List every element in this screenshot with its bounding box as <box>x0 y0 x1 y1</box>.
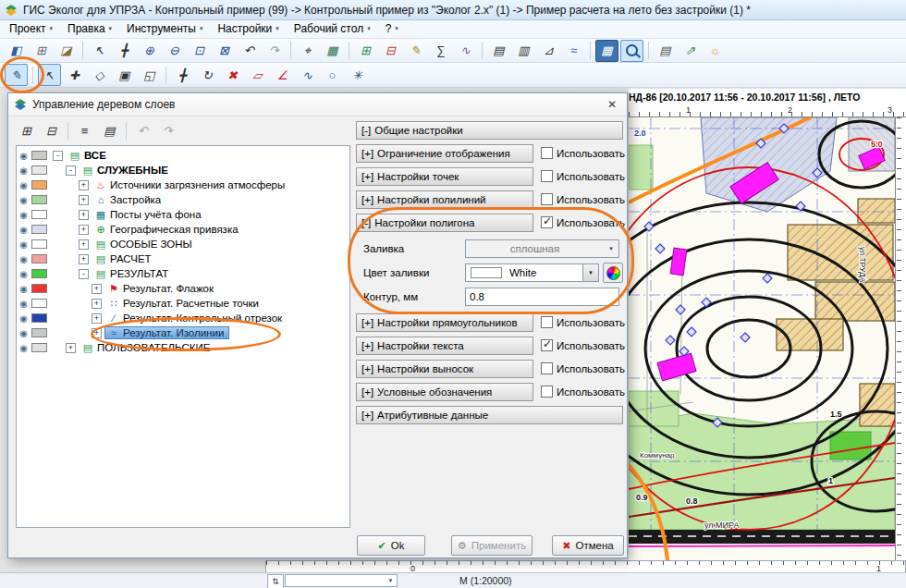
menu-tools[interactable]: Инструменты▾ <box>119 21 210 37</box>
export-button[interactable]: ⇗ <box>679 40 702 62</box>
tree-row-georeference[interactable]: ◉+ ⊕Географическая привязка <box>17 222 349 237</box>
view-tree-button[interactable]: ≡ <box>73 119 96 141</box>
status-combo[interactable]: ▼ <box>285 574 398 587</box>
expand-toggle-icon[interactable]: + <box>92 284 102 294</box>
measure-button[interactable]: ⌖ <box>296 40 319 62</box>
checkbox[interactable] <box>541 386 553 398</box>
tree-row-buildings[interactable]: ◉+ ⌂Застройка <box>17 192 349 207</box>
edit-layer-button[interactable]: ✎ <box>5 64 28 86</box>
layer-color-swatch[interactable] <box>31 210 47 219</box>
use-checkbox-rectangles[interactable]: Использовать <box>541 316 625 328</box>
tree-row-result-points[interactable]: ◉+ ∷Результат. Расчетные точки <box>17 296 349 311</box>
draw-polygon-button[interactable]: ▱ <box>246 64 269 86</box>
layer-color-swatch[interactable] <box>31 313 47 323</box>
move-button[interactable]: ╋ <box>171 64 194 86</box>
expand-toggle-icon[interactable]: - <box>53 151 63 161</box>
tree-row-result-flag[interactable]: ◉+ ⚑Результат. Флажок <box>17 281 349 296</box>
draw-star-button[interactable]: ✳ <box>346 64 369 86</box>
visibility-icon[interactable]: ◉ <box>17 269 31 279</box>
fill-style-select[interactable]: сплошная ▾ <box>465 239 619 258</box>
layer-color-swatch[interactable] <box>31 195 47 204</box>
layer-style-b-button[interactable]: ▥ <box>512 40 535 62</box>
apply-button[interactable]: ⚙Применить <box>451 535 533 556</box>
expand-toggle-icon[interactable]: + <box>79 225 89 235</box>
visibility-icon[interactable]: ◉ <box>17 284 31 294</box>
section-points[interactable]: [+]Настройки точек <box>356 167 533 186</box>
open-map-button[interactable]: ◪ <box>55 40 78 62</box>
layer-color-swatch[interactable] <box>31 165 47 175</box>
section-polylines[interactable]: [+]Настройки полилиний <box>356 190 533 209</box>
visibility-icon[interactable]: ◉ <box>17 225 31 235</box>
tree-row-result-isolines[interactable]: ◉+ ≈Результат. Изолинии <box>17 325 349 340</box>
section-legend[interactable]: [+]Условные обозначения <box>356 383 533 401</box>
menu-desktop[interactable]: Рабочий стол▾ <box>287 21 378 37</box>
tree-row-all[interactable]: ◉- ▤ВСЕ <box>17 148 349 163</box>
section-rectangles[interactable]: [+]Настройки прямоугольников <box>356 313 533 332</box>
visibility-icon[interactable]: ◉ <box>17 180 31 190</box>
draw-polyline-button[interactable]: ∠ <box>271 64 294 86</box>
view-list-button[interactable]: ▤ <box>98 119 121 141</box>
expand-all-button[interactable]: ⊞ <box>15 119 38 141</box>
menu-help[interactable]: ?▾ <box>378 21 406 37</box>
next-view-button[interactable]: ↷ <box>263 40 286 62</box>
fill-color-select[interactable]: White ▼ <box>465 263 599 282</box>
visibility-icon[interactable]: ◉ <box>17 239 31 250</box>
layer-color-swatch[interactable] <box>31 239 47 249</box>
menu-settings[interactable]: Настройки▾ <box>210 21 286 37</box>
visibility-icon[interactable]: ◉ <box>17 254 31 264</box>
expand-toggle-icon[interactable]: + <box>79 254 89 264</box>
chart-button[interactable]: ∿ <box>454 40 477 62</box>
visibility-icon[interactable]: ◉ <box>17 328 31 338</box>
tree-row-result[interactable]: ◉- ▤РЕЗУЛЬТАТ <box>17 266 349 281</box>
checkbox[interactable] <box>541 362 553 374</box>
zoom-window-button[interactable]: ⊡ <box>188 40 211 62</box>
use-checkbox-polygon[interactable]: Использовать <box>541 216 625 228</box>
visibility-icon[interactable]: ◉ <box>17 299 31 309</box>
new-map-button[interactable]: ⊞ <box>30 40 53 62</box>
menu-project[interactable]: Проект▾ <box>2 21 60 37</box>
outline-width-input[interactable] <box>465 288 619 306</box>
row-add-button[interactable]: ⊞ <box>354 40 377 62</box>
pan-button[interactable]: ╋ <box>113 40 136 62</box>
zoom-in-button[interactable]: ⊕ <box>138 40 161 62</box>
select-button[interactable]: ↖ <box>38 64 61 86</box>
layer-color-swatch[interactable] <box>31 284 47 293</box>
expand-toggle-icon[interactable]: - <box>66 165 76 176</box>
ok-button[interactable]: ✔Ok <box>357 535 425 556</box>
visibility-icon[interactable]: ◉ <box>17 343 31 353</box>
use-checkbox-points[interactable]: Использовать <box>541 170 625 182</box>
visibility-icon[interactable]: ◉ <box>17 313 31 324</box>
add-node-button[interactable]: ✚ <box>63 64 86 86</box>
expand-toggle-icon[interactable]: + <box>79 180 89 190</box>
layer-color-swatch[interactable] <box>31 151 47 160</box>
delete-button[interactable]: ✖ <box>221 64 244 86</box>
visibility-icon[interactable]: ◉ <box>17 195 31 205</box>
expand-toggle-icon[interactable]: + <box>66 343 76 353</box>
section-display-limit[interactable]: [+]Ограничение отображения <box>356 144 533 163</box>
zoom-out-button[interactable]: ⊖ <box>163 40 186 62</box>
cancel-button[interactable]: ✖Отмена <box>552 535 624 556</box>
draw-curve-button[interactable]: ∿ <box>296 64 319 86</box>
edit-button[interactable]: ✎ <box>404 40 427 62</box>
visibility-icon[interactable]: ◉ <box>17 151 31 161</box>
use-checkbox-text[interactable]: Использовать <box>541 339 625 351</box>
layer-color-swatch[interactable] <box>31 180 47 190</box>
visibility-icon[interactable]: ◉ <box>17 210 31 220</box>
draw-circle-button[interactable]: ○ <box>321 64 344 86</box>
expand-toggle-icon[interactable]: + <box>79 239 89 250</box>
layer-tree-button[interactable]: ◧ <box>5 40 28 62</box>
section-attributes[interactable]: [+]Атрибутивные данные <box>356 406 623 424</box>
tree-row-posts[interactable]: ◉+ ▦Посты учёта фона <box>17 207 349 222</box>
copy-object-button[interactable]: ▣ <box>113 64 136 86</box>
layer-color-swatch[interactable] <box>31 343 47 352</box>
cursor-button[interactable]: ↖ <box>88 40 111 62</box>
section-callouts[interactable]: [+]Настройки выносок <box>356 360 533 378</box>
angle-button[interactable]: ⊿ <box>537 40 560 62</box>
use-checkbox-polylines[interactable]: Использовать <box>541 193 625 205</box>
use-checkbox-callouts[interactable]: Использовать <box>541 362 625 374</box>
color-picker-button[interactable] <box>603 263 623 283</box>
layer-color-swatch[interactable] <box>31 299 47 308</box>
menu-edit[interactable]: Правка▾ <box>60 21 119 37</box>
use-checkbox-display-limit[interactable]: Использовать <box>541 147 625 159</box>
layer-color-swatch[interactable] <box>31 254 47 263</box>
